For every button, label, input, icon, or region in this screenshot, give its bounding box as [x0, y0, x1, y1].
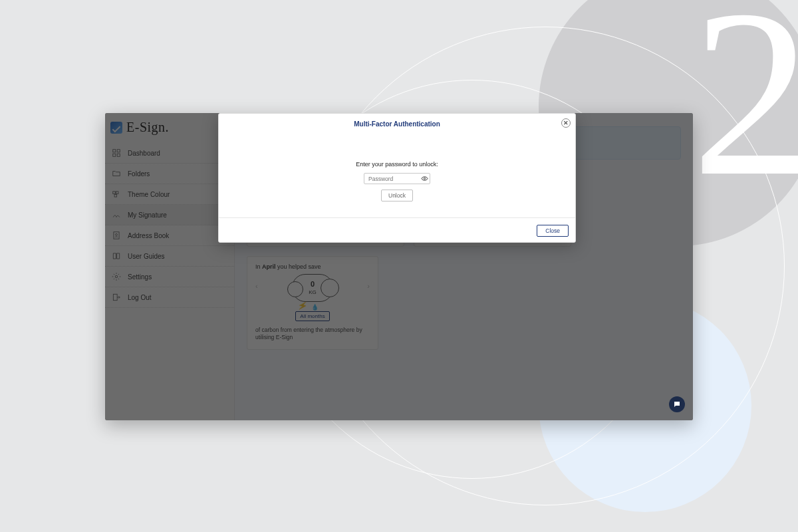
chat-fab-button[interactable] [669, 396, 685, 412]
modal-close-button[interactable]: ✕ [561, 118, 571, 128]
toggle-password-visibility-button[interactable] [420, 174, 428, 182]
svg-point-12 [424, 178, 425, 179]
modal-title: Multi-Factor Authentication [354, 120, 440, 128]
mfa-modal: Multi-Factor Authentication ✕ Enter your… [218, 113, 576, 243]
close-icon: ✕ [563, 120, 569, 126]
unlock-button[interactable]: Unlock [381, 190, 413, 201]
app-window: E-Sign. Dashboard Folders Theme Colour M… [105, 113, 693, 420]
eye-icon [421, 175, 428, 182]
modal-prompt: Enter your password to unlock: [232, 161, 562, 168]
modal-header: Multi-Factor Authentication ✕ [219, 114, 575, 133]
chat-icon [673, 400, 681, 408]
step-number: 2 [692, 0, 798, 213]
close-button[interactable]: Close [537, 225, 569, 237]
